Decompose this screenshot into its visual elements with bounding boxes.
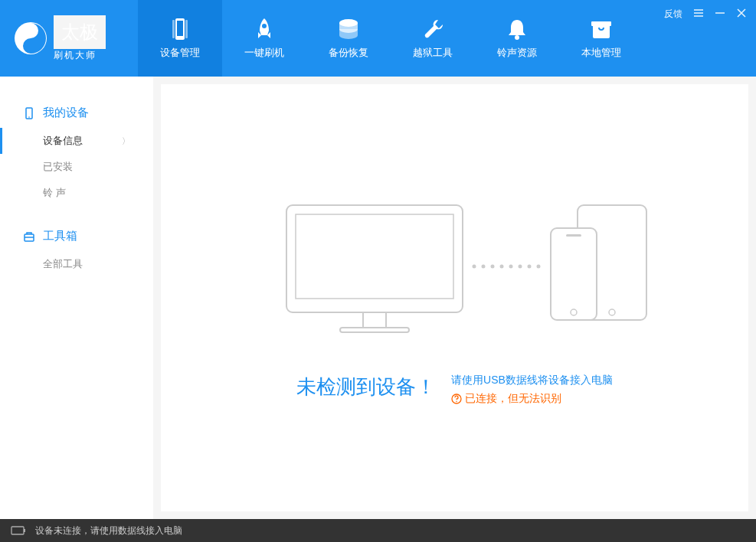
- svg-point-7: [515, 35, 519, 40]
- devices-illustration: [256, 190, 654, 343]
- message-row: 未检测到设备！ 请使用USB数据线将设备接入电脑 已连接，但无法识别: [296, 374, 613, 406]
- box-icon: [589, 17, 614, 41]
- svg-point-19: [490, 265, 494, 269]
- toolbox-icon: [23, 230, 35, 243]
- svg-point-31: [456, 400, 457, 402]
- sidebar-item-label: 全部工具: [43, 257, 83, 271]
- wrench-icon: [421, 17, 445, 41]
- svg-rect-9: [591, 21, 611, 26]
- svg-rect-3: [185, 20, 188, 38]
- svg-point-5: [262, 24, 267, 28]
- connected-warn-label: 已连接，但无法识别: [465, 392, 561, 406]
- no-device-title: 未检测到设备！: [296, 374, 436, 400]
- minimize-icon[interactable]: [715, 8, 725, 21]
- sidebar-title-toolbox[interactable]: 工具箱: [0, 221, 153, 251]
- svg-rect-14: [296, 214, 453, 299]
- svg-point-23: [527, 265, 531, 269]
- svg-rect-8: [593, 24, 610, 38]
- svg-point-11: [28, 116, 30, 118]
- menu-icon[interactable]: [693, 8, 704, 21]
- sidebar-item-installed[interactable]: 已安装: [0, 154, 153, 180]
- nav-flash[interactable]: 一键刷机: [222, 0, 306, 77]
- nav-label: 本地管理: [581, 46, 621, 60]
- app-name-main: 太极: [54, 15, 106, 49]
- nav-device-manage[interactable]: 设备管理: [138, 0, 222, 77]
- sidebar-title-label: 我的设备: [43, 106, 89, 120]
- svg-rect-15: [363, 312, 386, 328]
- app-logo: 太极 刷机大师: [0, 15, 138, 62]
- feedback-link[interactable]: 反馈: [664, 8, 682, 21]
- nav-jailbreak[interactable]: 越狱工具: [391, 0, 475, 77]
- window-controls: 反馈: [664, 8, 747, 21]
- phone-outline-icon: [23, 107, 35, 119]
- nav-label: 越狱工具: [413, 46, 453, 60]
- svg-rect-27: [551, 228, 597, 320]
- svg-point-26: [609, 309, 615, 315]
- rocket-icon: [252, 17, 277, 41]
- battery-icon: [11, 526, 26, 535]
- svg-point-24: [536, 265, 540, 269]
- usb-hint: 请使用USB数据线将设备接入电脑: [451, 374, 613, 387]
- help-icon: [451, 393, 462, 404]
- svg-rect-16: [340, 328, 409, 332]
- svg-point-17: [472, 265, 476, 269]
- svg-point-20: [499, 265, 503, 269]
- svg-rect-4: [177, 21, 183, 36]
- top-nav: 设备管理 一键刷机 备份恢复 越狱工具 铃声资源 本地管理: [138, 0, 643, 77]
- nav-label: 一键刷机: [244, 46, 284, 60]
- taiji-logo-icon: [14, 21, 47, 55]
- nav-local[interactable]: 本地管理: [559, 0, 643, 77]
- svg-point-21: [509, 265, 512, 269]
- nav-backup[interactable]: 备份恢复: [306, 0, 391, 77]
- chevron-right-icon: 〉: [122, 136, 130, 147]
- disk-icon: [336, 17, 361, 41]
- phone-icon: [168, 17, 192, 41]
- svg-rect-29: [566, 234, 581, 237]
- sidebar-item-device-info[interactable]: 设备信息 〉: [0, 128, 153, 154]
- sidebar-item-all-tools[interactable]: 全部工具: [0, 251, 153, 277]
- sidebar: 我的设备 设备信息 〉 已安装 铃 声 工具箱 全部工具: [0, 77, 153, 519]
- nav-label: 铃声资源: [497, 46, 537, 60]
- content-panel: 未检测到设备！ 请使用USB数据线将设备接入电脑 已连接，但无法识别: [161, 84, 748, 511]
- sidebar-item-label: 铃 声: [43, 186, 66, 200]
- sidebar-item-label: 已安装: [43, 160, 73, 174]
- sidebar-item-ringtone[interactable]: 铃 声: [0, 180, 153, 206]
- bell-icon: [505, 17, 529, 41]
- close-icon[interactable]: [736, 8, 747, 21]
- sidebar-section-device: 我的设备 设备信息 〉 已安装 铃 声: [0, 98, 153, 206]
- sidebar-item-label: 设备信息: [43, 134, 83, 148]
- sidebar-title-label: 工具箱: [43, 229, 77, 243]
- svg-rect-13: [286, 205, 463, 312]
- svg-rect-32: [11, 527, 24, 534]
- svg-point-18: [481, 265, 485, 269]
- status-text: 设备未连接，请使用数据线接入电脑: [35, 524, 182, 537]
- nav-label: 设备管理: [160, 46, 200, 60]
- nav-label: 备份恢复: [329, 46, 368, 60]
- header-bar: 太极 刷机大师 设备管理 一键刷机 备份恢复 越狱工具 铃声资源 本地管理: [0, 0, 756, 77]
- sidebar-title-device[interactable]: 我的设备: [0, 98, 153, 128]
- nav-ringtone[interactable]: 铃声资源: [475, 0, 559, 77]
- svg-point-22: [518, 265, 522, 269]
- svg-rect-2: [172, 20, 175, 38]
- main-area: 未检测到设备！ 请使用USB数据线将设备接入电脑 已连接，但无法识别: [153, 77, 756, 519]
- sidebar-section-toolbox: 工具箱 全部工具: [0, 221, 153, 277]
- status-bar: 设备未连接，请使用数据线接入电脑: [0, 519, 756, 542]
- app-name-sub: 刷机大师: [54, 49, 106, 62]
- svg-rect-33: [24, 529, 25, 532]
- connected-unrecognized-link[interactable]: 已连接，但无法识别: [451, 392, 613, 406]
